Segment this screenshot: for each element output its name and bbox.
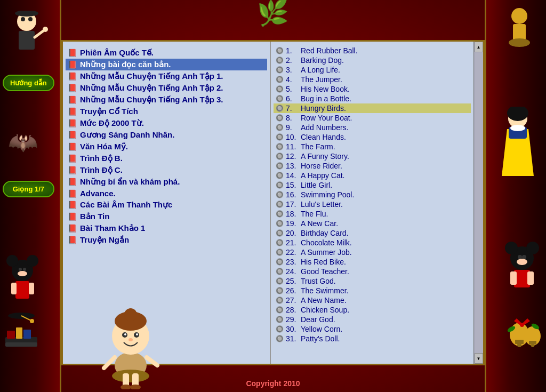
- list-item-1[interactable]: 🔘1. Red Rubber Ball.: [274, 46, 471, 55]
- spiral-icon: 🔘: [276, 316, 284, 323]
- item-label: Hungry Birds.: [301, 104, 346, 113]
- list-item-4[interactable]: 🔘4. The Jumper.: [274, 75, 471, 84]
- list-item-23[interactable]: 🔘23. His Red Bike.: [274, 257, 471, 267]
- menu-item-17[interactable]: 📕Truyện Ngắn: [66, 234, 267, 246]
- story-list: 🔘1. Red Rubber Ball.🔘2. Barking Dog.🔘3. …: [271, 42, 473, 364]
- item-number: 20.: [286, 229, 301, 237]
- menu-item-label: Những Mẫu Chuyện Tiếng Anh Tập 1.: [80, 71, 223, 81]
- menu-item-label: Bài Tham Khảo 1: [80, 223, 145, 233]
- list-item-5[interactable]: 🔘5. His New Book.: [274, 84, 471, 94]
- spiral-icon: 🔘: [276, 172, 284, 179]
- spiral-icon: 🔘: [276, 47, 284, 54]
- menu-item-11[interactable]: 📕Trình Độ C.: [66, 164, 267, 176]
- book-icon: 📕: [68, 142, 77, 151]
- svg-point-15: [510, 125, 525, 131]
- list-item-11[interactable]: 🔘11. The Farm.: [274, 142, 471, 151]
- sidebar-controls: Hướng dẫn Giọng 1/7: [3, 75, 54, 197]
- list-item-2[interactable]: 🔘2. Barking Dog.: [274, 55, 471, 65]
- menu-item-9[interactable]: 📕Văn Hóa Mỹ.: [66, 141, 267, 153]
- scroll-down-button[interactable]: ▼: [475, 353, 483, 364]
- menu-item-6[interactable]: 📕Truyện Cổ Tích: [66, 106, 267, 117]
- list-item-26[interactable]: 🔘26. The Swimmer.: [274, 286, 471, 295]
- list-item-9[interactable]: 🔘9. Add Numbers.: [274, 123, 471, 132]
- menu-item-4[interactable]: 📕Những Mẫu Chuyện Tiếng Anh Tập 2.: [66, 82, 267, 94]
- item-number: 24.: [286, 267, 301, 276]
- menu-item-8[interactable]: 📕Gương Sáng Danh Nhân.: [66, 129, 267, 141]
- item-number: 8.: [286, 114, 301, 122]
- spiral-icon: 🔘: [276, 105, 284, 112]
- list-item-28[interactable]: 🔘28. Chicken Soup.: [274, 305, 471, 315]
- spiral-icon: 🔘: [276, 66, 284, 74]
- spiral-icon: 🔘: [276, 181, 284, 189]
- spiral-icon: 🔘: [276, 325, 284, 333]
- book-icon: 📕: [68, 49, 77, 57]
- svg-point-17: [505, 242, 518, 254]
- spiral-icon: 🔘: [276, 335, 284, 342]
- item-number: 29.: [286, 315, 301, 324]
- list-item-27[interactable]: 🔘27. A New Name.: [274, 295, 471, 305]
- list-item-17[interactable]: 🔘17. Lulu's Letter.: [274, 199, 471, 209]
- list-item-14[interactable]: 🔘14. A Happy Cat.: [274, 171, 471, 180]
- list-item-18[interactable]: 🔘18. The Flu.: [274, 209, 471, 219]
- list-item-10[interactable]: 🔘10. Clean Hands.: [274, 132, 471, 142]
- list-item-31[interactable]: 🔘31. Patty's Doll.: [274, 334, 471, 343]
- svg-point-30: [18, 271, 27, 276]
- list-item-12[interactable]: 🔘12. A Funny Story.: [274, 151, 471, 161]
- item-label: A New Name.: [301, 296, 347, 305]
- giong-button[interactable]: Giọng 1/7: [3, 181, 54, 197]
- item-number: 14.: [286, 171, 301, 180]
- list-item-15[interactable]: 🔘15. Little Girl.: [274, 180, 471, 190]
- list-item-25[interactable]: 🔘25. Trust God.: [274, 276, 471, 286]
- spiral-icon: 🔘: [276, 258, 284, 266]
- list-item-30[interactable]: 🔘30. Yellow Corn.: [274, 324, 471, 334]
- menu-item-15[interactable]: 📕Bản Tin: [66, 211, 267, 222]
- scroll-track[interactable]: [475, 52, 483, 353]
- svg-rect-32: [11, 283, 17, 294]
- copyright-text: Copyright 2010: [246, 379, 300, 388]
- menu-item-3[interactable]: 📕Những Mẫu Chuyện Tiếng Anh Tập 1.: [66, 70, 267, 82]
- book-icon: 📕: [68, 119, 77, 127]
- list-item-20[interactable]: 🔘20. Birthday Card.: [274, 228, 471, 238]
- left-menu: 📕Phiên Âm Quốc Tế.📕Những bài đọc căn bản…: [63, 42, 271, 364]
- menu-item-14[interactable]: 📕Các Bài Âm Thanh Thực: [66, 199, 267, 211]
- item-label: Horse Rider.: [301, 162, 342, 170]
- list-item-8[interactable]: 🔘8. Row Your Boat.: [274, 113, 471, 123]
- scroll-up-button[interactable]: ▲: [475, 42, 483, 52]
- list-item-13[interactable]: 🔘13. Horse Rider.: [274, 161, 471, 171]
- menu-item-10[interactable]: 📕Trình Độ B.: [66, 153, 267, 164]
- spiral-icon: 🔘: [276, 191, 284, 198]
- menu-item-16[interactable]: 📕Bài Tham Khảo 1: [66, 222, 267, 234]
- list-item-6[interactable]: 🔘6. Bug in a Bottle.: [274, 94, 471, 103]
- menu-item-7[interactable]: 📕Mức Độ 2000 Từ.: [66, 117, 267, 129]
- spiral-icon: 🔘: [276, 133, 284, 141]
- scrollbar[interactable]: ▲ ▼: [473, 42, 483, 364]
- svg-point-8: [511, 8, 527, 24]
- item-label: Barking Dog.: [301, 56, 344, 65]
- menu-item-1[interactable]: 📕Phiên Âm Quốc Tế.: [66, 47, 267, 59]
- menu-item-label: Phiên Âm Quốc Tế.: [80, 48, 154, 58]
- menu-item-2[interactable]: 📕Những bài đọc căn bản.: [66, 59, 267, 70]
- list-item-16[interactable]: 🔘16. Swimming Pool.: [274, 190, 471, 199]
- spiral-icon: 🔘: [276, 201, 284, 208]
- menu-item-12[interactable]: 📕Những bí ẩn và khám phá.: [66, 176, 267, 188]
- list-item-22[interactable]: 🔘22. A Summer Job.: [274, 247, 471, 257]
- menu-item-5[interactable]: 📕Những Mẫu Chuyện Tiếng Anh Tập 3.: [66, 94, 267, 106]
- list-item-7[interactable]: 🔘7. Hungry Birds.: [274, 103, 471, 113]
- list-item-29[interactable]: 🔘29. Dear God.: [274, 315, 471, 324]
- huong-dan-button[interactable]: Hướng dẫn: [3, 75, 54, 91]
- menu-item-13[interactable]: 📕Advance.: [66, 188, 267, 199]
- menu-item-label: Truyện Ngắn: [80, 235, 129, 245]
- bells-decoration: [506, 310, 543, 360]
- menu-item-label: Những bài đọc căn bản.: [80, 60, 171, 69]
- item-number: 13.: [286, 162, 301, 170]
- footer: Copyright 2010: [0, 379, 546, 388]
- book-icon: 📕: [68, 178, 77, 186]
- item-label: Swimming Pool.: [301, 190, 354, 199]
- item-label: Chicken Soup.: [301, 306, 349, 314]
- item-label: Red Rubber Ball.: [301, 46, 358, 55]
- list-item-19[interactable]: 🔘19. A New Car.: [274, 219, 471, 228]
- list-item-21[interactable]: 🔘21. Chocolate Milk.: [274, 238, 471, 247]
- list-item-3[interactable]: 🔘3. A Long Life.: [274, 65, 471, 75]
- svg-rect-23: [510, 271, 517, 285]
- list-item-24[interactable]: 🔘24. Good Teacher.: [274, 267, 471, 276]
